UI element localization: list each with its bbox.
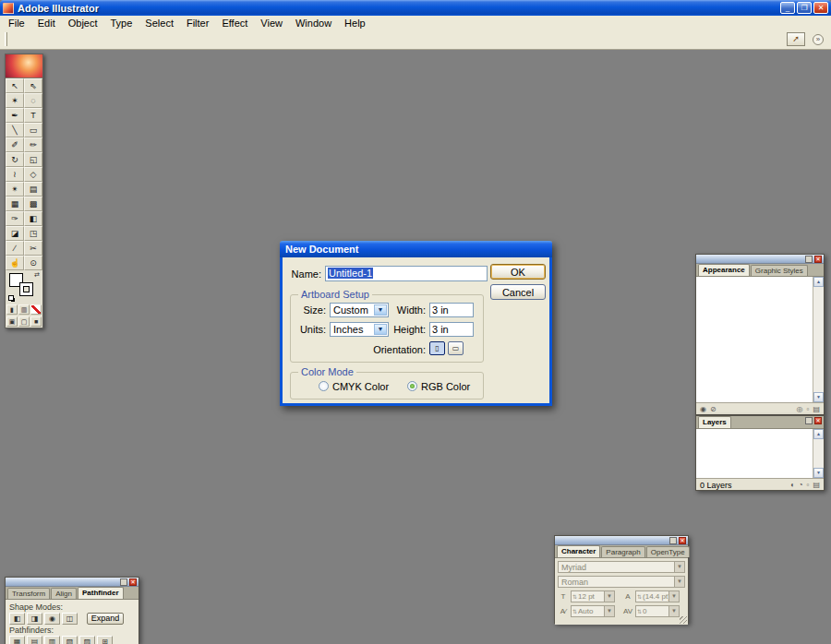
font-size-select[interactable]: ⇅ 12 pt ▼: [571, 590, 615, 602]
exclude-shape-areas-button[interactable]: ◫: [62, 613, 78, 625]
menu-select[interactable]: Select: [138, 18, 180, 29]
character-palette-titlebar[interactable]: ✕: [555, 536, 688, 545]
units-select[interactable]: Inches ▼: [330, 322, 389, 337]
scroll-up-icon[interactable]: ▲: [813, 429, 824, 439]
font-style-select[interactable]: Roman ▼: [558, 576, 685, 588]
magic-wand-tool[interactable]: ✶: [6, 93, 24, 108]
intersect-shape-areas-button[interactable]: ◉: [44, 613, 60, 625]
units-dropdown-icon[interactable]: ▼: [374, 324, 387, 335]
portrait-orientation-button[interactable]: ▯: [429, 341, 445, 355]
toolbar-grip[interactable]: [5, 32, 7, 46]
go-to-bridge-button[interactable]: ➚: [787, 32, 805, 46]
add-to-shape-area-button[interactable]: ◧: [9, 613, 25, 625]
eyedropper-tool[interactable]: ✑: [6, 211, 24, 226]
menu-object[interactable]: Object: [62, 18, 104, 29]
none-button[interactable]: [30, 304, 42, 315]
pen-tool[interactable]: ✒: [6, 108, 24, 123]
delete-item-button[interactable]: ▤: [813, 404, 820, 415]
crop-button[interactable]: ▧: [62, 636, 78, 644]
new-sublayer-button[interactable]: ◔: [799, 480, 803, 491]
menu-type[interactable]: Type: [104, 18, 139, 29]
paintbrush-tool[interactable]: ✐: [6, 137, 24, 152]
character-minimize-button[interactable]: [669, 537, 677, 544]
menu-view[interactable]: View: [254, 18, 289, 29]
symbol-sprayer-tool[interactable]: ✴: [6, 182, 24, 197]
clear-appearance-button[interactable]: ⊘: [710, 404, 717, 415]
leading-select[interactable]: ⇅ (14.4 pt) ▼: [635, 590, 680, 602]
column-graph-tool[interactable]: ▤: [24, 182, 42, 197]
font-style-dropdown-icon[interactable]: ▼: [674, 577, 684, 587]
close-button[interactable]: ✕: [813, 2, 828, 14]
leading-dropdown-icon[interactable]: ▼: [668, 591, 679, 602]
menu-help[interactable]: Help: [338, 18, 372, 29]
document-name-input[interactable]: Untitled-1: [325, 266, 488, 281]
appearance-close-button[interactable]: ✕: [814, 256, 822, 263]
tracking-spinner-icon[interactable]: ⇅: [636, 608, 643, 614]
duplicate-item-button[interactable]: ▫: [807, 404, 810, 415]
window-titlebar[interactable]: Adobe Illustrator _ ❐ ✕: [0, 0, 831, 16]
new-layer-button[interactable]: ▫: [807, 480, 810, 491]
subtract-from-shape-area-button[interactable]: ◨: [27, 613, 42, 625]
kerning-dropdown-icon[interactable]: ▼: [604, 606, 614, 616]
menu-file[interactable]: File: [2, 18, 31, 29]
line-segment-tool[interactable]: ╲: [6, 123, 24, 137]
dialog-titlebar[interactable]: New Document: [280, 241, 552, 257]
tracking-dropdown-icon[interactable]: ▼: [668, 606, 679, 616]
swap-fill-stroke-icon[interactable]: ⇄: [34, 271, 40, 279]
warp-tool[interactable]: ≀: [6, 167, 24, 182]
reduce-to-basic-appearance-button[interactable]: ◎: [797, 404, 803, 415]
maximize-button[interactable]: ❐: [797, 2, 812, 14]
appearance-minimize-button[interactable]: [805, 256, 813, 263]
character-close-button[interactable]: ✕: [679, 537, 686, 544]
direct-selection-tool[interactable]: ⇖: [24, 78, 42, 93]
toolbox-header-art[interactable]: [6, 54, 42, 78]
scroll-down-icon[interactable]: ▼: [813, 468, 824, 478]
default-fill-stroke-icon[interactable]: [8, 295, 14, 301]
gradient-button[interactable]: ▥: [18, 304, 30, 315]
delete-layer-button[interactable]: ▤: [813, 480, 820, 491]
menu-edit[interactable]: Edit: [31, 18, 62, 29]
appearance-scrollbar[interactable]: ▲ ▼: [813, 277, 824, 402]
hand-tool[interactable]: ☝: [6, 256, 24, 270]
font-size-dropdown-icon[interactable]: ▼: [604, 591, 614, 602]
merge-button[interactable]: ▥: [44, 636, 60, 644]
height-input[interactable]: 3 in: [429, 322, 474, 337]
layers-scrollbar[interactable]: ▲ ▼: [813, 429, 824, 478]
appearance-palette-titlebar[interactable]: ✕: [696, 255, 824, 264]
font-size-spinner-icon[interactable]: ⇅: [572, 593, 578, 600]
rotate-tool[interactable]: ↻: [6, 152, 24, 167]
toolbar-menu-button[interactable]: »: [813, 34, 824, 45]
pencil-tool[interactable]: ✏: [24, 137, 42, 152]
mesh-tool[interactable]: ▦: [6, 197, 24, 211]
scroll-down-icon[interactable]: ▼: [813, 392, 824, 402]
tracking-select[interactable]: ⇅ 0 ▼: [635, 605, 680, 617]
scale-tool[interactable]: ◱: [24, 152, 42, 167]
live-paint-bucket-tool[interactable]: ◪: [6, 226, 24, 241]
blend-tool[interactable]: ◧: [24, 211, 42, 226]
rectangle-tool[interactable]: ▭: [24, 123, 42, 137]
font-family-select[interactable]: Myriad ▼: [558, 561, 685, 573]
menu-window[interactable]: Window: [289, 18, 338, 29]
divide-button[interactable]: ▦: [9, 636, 25, 644]
new-art-basic-appearance-button[interactable]: ◉: [700, 404, 706, 415]
cancel-button[interactable]: Cancel: [490, 284, 546, 300]
resize-grip[interactable]: [680, 616, 687, 624]
outline-button[interactable]: ▨: [79, 636, 95, 644]
menu-effect[interactable]: Effect: [215, 18, 254, 29]
leading-spinner-icon[interactable]: ⇅: [636, 593, 643, 600]
scroll-up-icon[interactable]: ▲: [813, 277, 824, 287]
minus-back-button[interactable]: ⊞: [97, 636, 113, 644]
scissors-tool[interactable]: ✂: [24, 241, 42, 256]
tab-transform[interactable]: Transform: [7, 588, 50, 599]
tab-layers[interactable]: Layers: [698, 416, 731, 428]
width-input[interactable]: 3 in: [429, 303, 474, 317]
full-screen-mode-button[interactable]: ■: [30, 316, 42, 327]
make-clipping-mask-button[interactable]: ◐: [790, 480, 795, 491]
live-paint-selection-tool[interactable]: ◳: [24, 226, 42, 241]
pathfinder-close-button[interactable]: ✕: [129, 578, 137, 586]
slice-tool[interactable]: ∕: [6, 241, 24, 256]
gradient-tool[interactable]: ▩: [24, 197, 42, 211]
kerning-select[interactable]: ⇅ Auto ▼: [571, 605, 615, 617]
layers-close-button[interactable]: ✕: [814, 417, 822, 424]
rgb-label[interactable]: RGB Color: [421, 381, 470, 392]
